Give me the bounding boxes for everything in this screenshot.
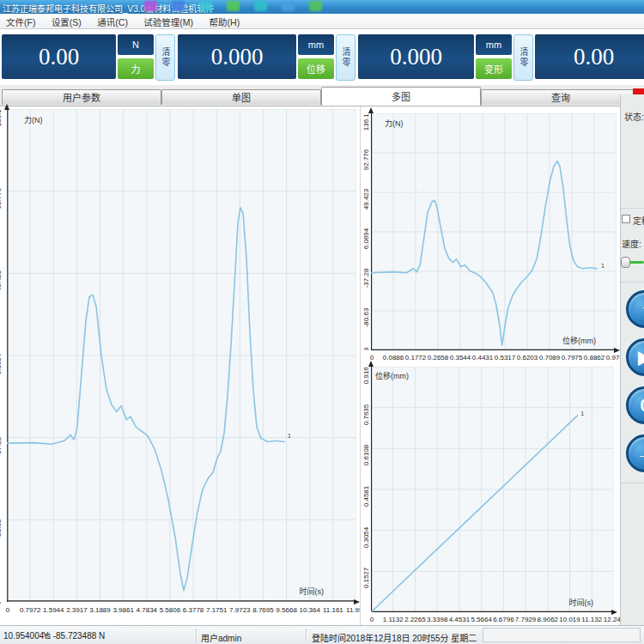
menu-item-settings[interactable]: 设置(S) [46, 14, 88, 28]
displacement-time-x-ticks: 01.11322.22653.33984.45315.56646.67967.7… [364, 613, 620, 626]
x-tick-label: 7.9723 [229, 606, 250, 614]
x-axis-arrow-icon [354, 599, 360, 605]
titlebar-decor-icon [199, 1, 212, 11]
y-tick-label: 49.423 [0, 270, 3, 291]
y-tick-label: 49.423 [362, 189, 370, 210]
tab-query[interactable]: 查询 [481, 89, 641, 105]
menu-item-test-manage[interactable]: 试验管理(M) [137, 14, 199, 28]
x-axis-label: 位移(mm) [562, 335, 596, 346]
displacement-value-display: 0.000 [178, 34, 296, 79]
status-bar: 10.954004 s Y: -85.723488 N 用户admin 登陆时间… [0, 625, 644, 644]
menu-item-file[interactable]: 文件(F) [0, 14, 41, 28]
chart-title: 力(N) [385, 118, 404, 129]
force-value-display: 0.00 [2, 34, 116, 79]
displacement-unit-column: mm 位移 [298, 34, 334, 79]
x-axis-label: 时间(s) [300, 586, 325, 597]
titlebar: 江苏正瑞泰邦电子科技有限公司_V3.0版材料试验机软件 [0, 0, 644, 14]
status-label: 状态: [624, 110, 644, 123]
multi-chart-panel: 136.1392.77649.4236.0694-37.28-80.63-123… [0, 106, 644, 625]
tab-multi-chart[interactable]: 多图 [321, 87, 481, 106]
tab-user-parameters[interactable]: 用户参数 [2, 89, 161, 105]
return-arrow-icon: → [636, 444, 644, 464]
y-tick-label: 92.776 [0, 188, 3, 209]
titlebar-decor-icon [172, 1, 185, 11]
y-axis-arrow-icon [368, 361, 374, 367]
y-axis-arrow-icon [4, 104, 9, 110]
menu-item-comm[interactable]: 通讯(C) [91, 14, 134, 28]
deformation-clear-button[interactable]: 清零 [513, 34, 533, 81]
menu-bar: 文件(F) 设置(S) 通讯(C) 试验管理(M) 帮助(H) [0, 14, 644, 29]
x-tick-label: 8.7695 [252, 606, 273, 614]
play-icon: ▶ [638, 347, 644, 368]
status-user: 用户admin [201, 631, 241, 644]
deformation-unit: mm [476, 34, 512, 55]
fixed-move-checkbox[interactable] [622, 215, 630, 223]
y-tick-label: 136.13 [362, 113, 370, 131]
app-window: 江苏正瑞泰邦电子科技有限公司_V3.0版材料试验机软件 文件(F) 设置(S) … [0, 0, 644, 644]
y-tick-label: 0.3054 [362, 526, 370, 547]
displacement-time-y-ticks: 0.91620.76350.61080.45810.30540.15270 [361, 367, 371, 612]
x-tick-label: 3.1889 [89, 606, 110, 614]
x-tick-label: 11.132 [581, 616, 602, 623]
sidebar-divider [621, 208, 644, 209]
displacement-clear-button[interactable]: 清零 [336, 34, 355, 81]
x-tick-label: 4.7834 [137, 606, 157, 614]
y-tick-label: 6.0694 [362, 228, 370, 249]
x-tick-label: 4.4531 [449, 616, 470, 623]
titlebar-decor-icon [254, 1, 267, 11]
y-tick-label: 92.776 [362, 149, 370, 170]
status-divider [306, 629, 307, 642]
x-tick-label: 9.5668 [276, 606, 296, 614]
x-tick-label: 1.1132 [383, 616, 404, 623]
x-tick-label: 0.2658 [428, 354, 448, 361]
force-clear-button[interactable]: 清零 [155, 34, 175, 81]
y-tick-label: 136.13 [0, 109, 3, 126]
tab-single-chart[interactable]: 单图 [161, 89, 321, 105]
y-tick-label: 0.4581 [362, 486, 370, 507]
series-label: 1 [288, 432, 291, 440]
titlebar-decor-icon [144, 1, 157, 11]
series-label: 1 [580, 410, 584, 417]
x-tick-label: 10.019 [559, 616, 580, 623]
titlebar-decor-icon [309, 1, 322, 11]
tab-bar: 用户参数 单图 多图 查询 [0, 85, 644, 106]
x-tick-label: 0.8862 [584, 354, 605, 361]
x-tick-label: 2.3917 [66, 606, 87, 614]
deformation-unit-column: mm 变形 [476, 34, 512, 79]
x-tick-label: 0.0886 [383, 354, 404, 361]
x-tick-label: 0.7089 [539, 354, 560, 361]
y-tick-label: 0.1527 [362, 568, 370, 588]
x-tick-label: 0 [370, 616, 374, 623]
y-tick-label: 6.0694 [0, 353, 3, 374]
x-axis-arrow-icon [611, 610, 617, 615]
x-tick-label: 2.2265 [404, 616, 425, 623]
x-tick-label: 0.3544 [450, 354, 471, 361]
x-axis-label: 时间(s) [569, 597, 594, 608]
x-tick-label: 7.1751 [206, 606, 227, 614]
x-tick-label: 0.7975 [562, 354, 582, 361]
y-tick-label: -80.63 [362, 308, 370, 328]
fixed-move-label: 定移 [633, 214, 644, 227]
x-tick-label: 0.6203 [517, 354, 538, 361]
menu-item-help[interactable]: 帮助(H) [204, 14, 246, 28]
x-tick-label: 0.7972 [20, 606, 40, 614]
force-unit: N [118, 34, 154, 55]
x-tick-label: 5.5664 [471, 616, 491, 623]
y-tick-label: -37.28 [0, 436, 3, 456]
chart-title: 位移(mm) [375, 370, 409, 381]
force-unit-column: N 力 [118, 34, 154, 79]
force-time-plot: 力(N) 时间(s) 1 [7, 109, 356, 602]
displacement-label: 位移 [298, 58, 334, 79]
x-tick-label: 6.3778 [183, 606, 204, 614]
display-row: 0.00 N 力 清零 0.000 mm 位移 清零 0.000 mm 变形 清… [0, 29, 644, 88]
series-label: 1 [601, 262, 605, 270]
status-divider [196, 629, 197, 642]
speed-slider-thumb[interactable] [621, 257, 630, 268]
x-tick-label: 0.4431 [472, 354, 493, 361]
displacement-unit: mm [298, 34, 334, 55]
x-axis-arrow-icon [614, 348, 620, 353]
deformation-value-display: 0.000 [358, 34, 474, 79]
status-empty-panel [483, 628, 641, 642]
x-tick-label: 11.958 [346, 606, 361, 614]
zero-icon: 0 [640, 396, 644, 416]
